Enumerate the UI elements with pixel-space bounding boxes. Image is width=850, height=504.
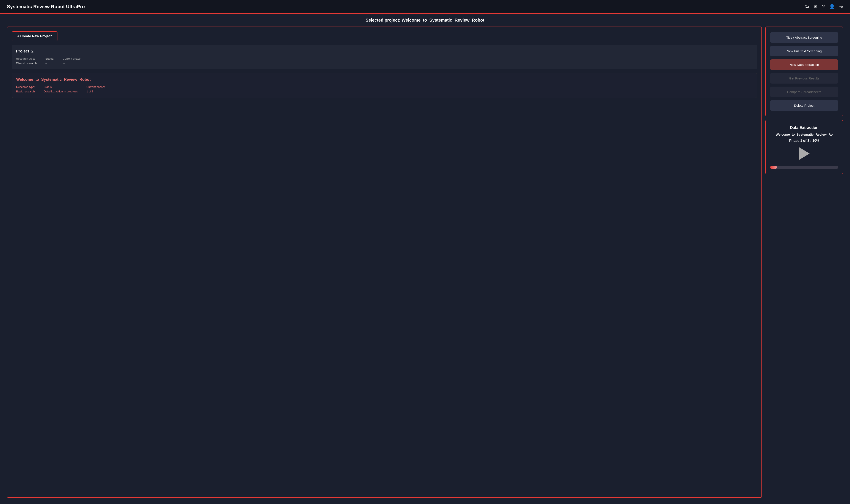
- sun-icon[interactable]: ☀: [814, 4, 818, 9]
- new-data-extraction-button[interactable]: New Data Extraction: [770, 59, 838, 70]
- get-previous-results-button: Get Previous Results: [770, 73, 838, 84]
- project-status-1: Status: --: [46, 57, 54, 65]
- project-phase-2: Current phase: 1 of 3: [86, 85, 105, 93]
- data-extraction-title: Data Extraction: [790, 125, 818, 130]
- project-title-2: Welcome_to_Systematic_Review_Robot: [16, 77, 753, 82]
- title-abstract-screening-button[interactable]: Title / Abstract Screening: [770, 32, 838, 43]
- project-meta-2: Research type: Basic research Status: Da…: [16, 85, 753, 93]
- progress-bar-fill: [770, 166, 777, 169]
- project-research-type-1: Research type: Clinical research: [16, 57, 37, 65]
- new-full-text-screening-button[interactable]: New Full Text Screening: [770, 46, 838, 56]
- help-icon[interactable]: ?: [822, 4, 825, 9]
- project-research-type-2: Research type: Basic research: [16, 85, 35, 93]
- project-title-1: Project_2: [16, 49, 753, 54]
- header-icon-group: 🗂 ☀ ? 👤 ⇥: [804, 4, 843, 9]
- create-new-project-button[interactable]: + Create New Project: [12, 31, 57, 41]
- main-content: + Create New Project Project_2 Research …: [0, 26, 850, 504]
- compare-spreadsheets-button: Compare Spreadsheets: [770, 87, 838, 97]
- project-meta-1: Research type: Clinical research Status:…: [16, 57, 753, 65]
- right-top-panel: Title / Abstract Screening New Full Text…: [765, 26, 843, 116]
- data-extraction-phase: Phase 1 of 3 : 10%: [789, 139, 819, 143]
- logout-icon[interactable]: ⇥: [839, 4, 843, 9]
- project-phase-1: Current phase: --: [63, 57, 82, 65]
- app-title: Systematic Review Robot UltraPro: [7, 4, 85, 10]
- user-icon[interactable]: 👤: [829, 4, 835, 9]
- project-card-2[interactable]: Welcome_to_Systematic_Review_Robot Resea…: [12, 73, 757, 98]
- data-extraction-panel: Data Extraction Welcome_to_Systematic_Re…: [765, 120, 843, 174]
- app-header: Systematic Review Robot UltraPro 🗂 ☀ ? 👤…: [0, 0, 850, 14]
- left-panel: + Create New Project Project_2 Research …: [7, 26, 762, 498]
- progress-bar-container: [770, 166, 838, 169]
- selected-project-banner: Selected project: Welcome_to_Systematic_…: [0, 14, 850, 26]
- folder-icon[interactable]: 🗂: [804, 4, 809, 9]
- delete-project-button[interactable]: Delete Project: [770, 100, 838, 111]
- play-button-container[interactable]: [799, 147, 810, 160]
- project-status-2: Status: Data Extraction In progress: [43, 85, 78, 93]
- data-extraction-project: Welcome_to_Systematic_Review_Ro: [776, 132, 833, 136]
- play-icon[interactable]: [799, 147, 810, 160]
- right-section: Title / Abstract Screening New Full Text…: [765, 26, 843, 498]
- project-card-1[interactable]: Project_2 Research type: Clinical resear…: [12, 45, 757, 69]
